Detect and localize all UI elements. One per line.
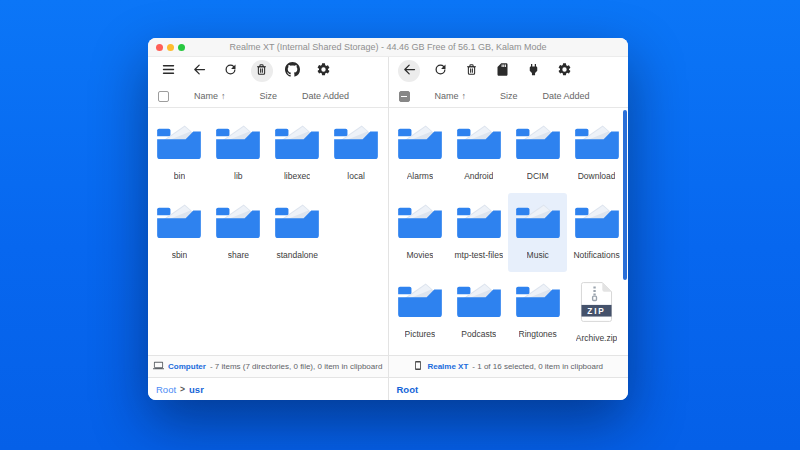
file-item[interactable]: DCIM [508,114,567,193]
column-name-label: Name [194,91,218,101]
device-pane: Name ↑ Size Date Added AlarmsAndroidDCIM… [389,57,629,400]
svg-text:ZIP: ZIP [587,307,606,316]
file-item[interactable]: Alarms [391,114,450,193]
back-button[interactable] [394,58,425,84]
file-item[interactable]: Notifications [567,193,626,272]
sdcard-icon [495,62,510,81]
breadcrumb-item[interactable]: Root [156,384,176,395]
file-label: Pictures [405,329,436,339]
local-status-text: - 7 items (7 directories, 0 file), 0 ite… [210,362,383,371]
window-title: Realme XT (Internal Shared Storage) - 44… [230,42,547,52]
column-date-added[interactable]: Date Added [302,91,349,101]
folder-icon [456,123,502,165]
back-icon [192,62,207,81]
file-item[interactable]: Pictures [391,272,450,351]
menu-button[interactable] [153,58,184,84]
storage-button[interactable] [487,58,518,84]
file-item[interactable]: sbin [150,193,209,272]
file-label: share [228,250,249,260]
folder-icon [333,123,379,165]
file-item[interactable]: bin [150,114,209,193]
column-name[interactable]: Name ↑ [194,91,226,101]
breadcrumb-item[interactable]: usr [189,384,204,395]
device-breadcrumb: Root [389,378,629,400]
local-toolbar [148,57,388,85]
folder-icon [515,202,561,244]
breadcrumb-separator-icon: > [180,384,185,394]
folder-icon [215,202,261,244]
traffic-lights [156,38,185,56]
sort-ascending-icon: ↑ [462,91,467,101]
github-icon [285,62,300,81]
settings-button[interactable] [549,58,580,84]
back-button[interactable] [184,58,215,84]
folder-icon [156,202,202,244]
file-item[interactable]: lib [209,114,268,193]
select-all-checkbox[interactable] [158,91,169,102]
file-label: mtp-test-files [454,250,503,260]
delete-button[interactable] [456,58,487,84]
file-label: Alarms [407,171,433,181]
file-label: Movies [406,250,433,260]
file-label: bin [174,171,185,181]
device-link[interactable]: Realme XT [427,362,468,371]
file-item[interactable]: standalone [268,193,327,272]
file-label: libexec [284,171,310,181]
folder-icon [397,281,443,323]
file-item[interactable]: Android [449,114,508,193]
zoom-button[interactable] [178,44,185,51]
file-label: lib [234,171,243,181]
select-all-checkbox-indeterminate[interactable] [399,91,410,102]
local-pane: Name ↑ Size Date Added binliblibexecloca… [148,57,389,400]
device-file-grid: AlarmsAndroidDCIMDownloadMoviesmtp-test-… [389,108,629,355]
settings-icon [316,62,331,81]
refresh-button[interactable] [425,58,456,84]
zip-file-icon: ZIP [580,281,613,327]
file-item[interactable]: Music [508,193,567,272]
vertical-scrollbar-thumb[interactable] [623,110,627,280]
file-label: Podcasts [461,329,496,339]
app-window: Realme XT (Internal Shared Storage) - 44… [148,38,628,400]
delete-button[interactable] [246,58,277,84]
device-list-header: Name ↑ Size Date Added [389,85,629,108]
device-status-text: - 1 of 16 selected, 0 item in clipboard [472,362,603,371]
file-item[interactable]: libexec [268,114,327,193]
file-item[interactable]: Download [567,114,626,193]
refresh-button[interactable] [215,58,246,84]
device-status-bar: Realme XT - 1 of 16 selected, 0 item in … [389,355,629,378]
folder-icon [274,202,320,244]
column-size[interactable]: Size [500,91,518,101]
file-label: Download [578,171,616,181]
settings-button[interactable] [308,58,339,84]
column-size[interactable]: Size [260,91,278,101]
file-item[interactable]: mtp-test-files [449,193,508,272]
file-item[interactable]: local [327,114,386,193]
file-item[interactable]: Movies [391,193,450,272]
column-date-added[interactable]: Date Added [543,91,590,101]
column-name-label: Name [435,91,459,101]
refresh-icon [223,62,238,81]
folder-icon [515,281,561,323]
breadcrumb-item[interactable]: Root [397,384,419,395]
file-item[interactable]: Podcasts [449,272,508,351]
close-button[interactable] [156,44,163,51]
github-button[interactable] [277,58,308,84]
column-name[interactable]: Name ↑ [435,91,467,101]
file-item[interactable]: ZIPArchive.zip [567,272,626,351]
file-label: Music [527,250,549,260]
file-label: local [347,171,364,181]
file-item[interactable]: Ringtones [508,272,567,351]
file-item[interactable]: share [209,193,268,272]
local-file-grid: binliblibexeclocalsbinsharestandalone [148,108,388,355]
file-label: sbin [172,250,188,260]
folder-icon [274,123,320,165]
window-body: Name ↑ Size Date Added binliblibexecloca… [148,57,628,400]
folder-icon [456,202,502,244]
usb-button[interactable] [518,58,549,84]
file-label: DCIM [527,171,549,181]
minimize-button[interactable] [167,44,174,51]
delete-icon [464,62,479,81]
folder-icon [397,123,443,165]
local-device-link[interactable]: Computer [168,362,206,371]
settings-icon [557,62,572,81]
